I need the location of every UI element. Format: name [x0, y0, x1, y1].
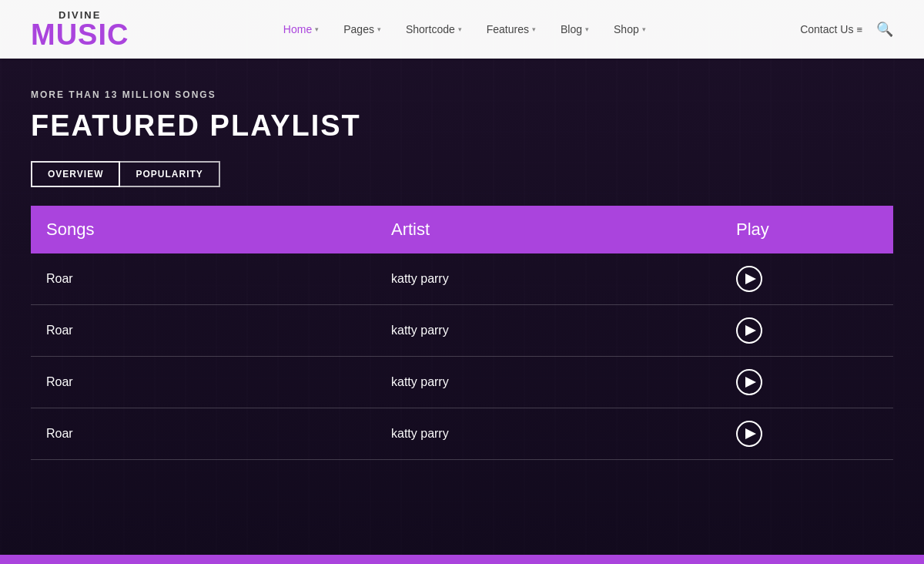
- chevron-down-icon: ▾: [585, 0, 589, 59]
- play-button[interactable]: [736, 421, 762, 447]
- nav-link-shortcode[interactable]: Shortcode ▾: [393, 0, 474, 59]
- table-row: Roarkatty parry: [31, 408, 893, 460]
- table-row: Roarkatty parry: [31, 305, 893, 357]
- col-songs: Songs: [31, 206, 376, 253]
- nav-item-shortcode[interactable]: Shortcode ▾: [393, 0, 474, 59]
- nav-item-home[interactable]: Home ▾: [271, 0, 331, 59]
- chevron-down-icon: ▾: [532, 0, 536, 59]
- nav-item-pages[interactable]: Pages ▾: [331, 0, 393, 59]
- song-name: Roar: [31, 357, 376, 408]
- table-row: Roarkatty parry: [31, 253, 893, 305]
- play-button[interactable]: [736, 266, 762, 292]
- chevron-down-icon: ▾: [377, 0, 381, 59]
- song-name: Roar: [31, 305, 376, 357]
- col-play: Play: [721, 206, 893, 253]
- artist-name: katty parry: [376, 253, 721, 305]
- hamburger-icon: ≡: [856, 24, 862, 35]
- nav-link-features[interactable]: Features ▾: [474, 0, 548, 59]
- logo-music: MUSIC: [31, 20, 129, 49]
- subtitle: MORE THAN 13 MILLION SONGS: [31, 89, 893, 100]
- chevron-down-icon: ▾: [642, 0, 646, 59]
- play-button[interactable]: [736, 369, 762, 395]
- main-content: MORE THAN 13 MILLION SONGS FEATURED PLAY…: [0, 59, 924, 460]
- nav-item-blog[interactable]: Blog ▾: [548, 0, 601, 59]
- col-artist: Artist: [376, 206, 721, 253]
- chevron-down-icon: ▾: [315, 0, 319, 59]
- chevron-down-icon: ▾: [458, 0, 462, 59]
- table-header-row: Songs Artist Play: [31, 206, 893, 253]
- nav-link-home[interactable]: Home ▾: [271, 0, 331, 59]
- nav-link-shop[interactable]: Shop ▾: [601, 0, 658, 59]
- play-cell: [721, 408, 893, 460]
- nav-links: Home ▾ Pages ▾ Shortcode ▾ Features ▾ Bl: [271, 0, 658, 59]
- nav-item-features[interactable]: Features ▾: [474, 0, 548, 59]
- nav-link-pages[interactable]: Pages ▾: [331, 0, 393, 59]
- featured-title: FEATURED PLAYLIST: [31, 109, 893, 143]
- song-name: Roar: [31, 253, 376, 305]
- artist-name: katty parry: [376, 408, 721, 460]
- play-cell: [721, 357, 893, 408]
- song-name: Roar: [31, 408, 376, 460]
- contact-us-button[interactable]: Contact Us ≡: [800, 23, 862, 35]
- play-cell: [721, 253, 893, 305]
- artist-name: katty parry: [376, 305, 721, 357]
- tab-buttons: OVERVIEW POPULARITY: [31, 161, 893, 187]
- tab-overview[interactable]: OVERVIEW: [31, 161, 120, 187]
- navbar: DIVINE MUSIC Home ▾ Pages ▾ Shortcode ▾ …: [0, 0, 924, 59]
- logo[interactable]: DIVINE MUSIC: [31, 10, 129, 49]
- tab-popularity[interactable]: POPULARITY: [119, 161, 219, 187]
- artist-name: katty parry: [376, 357, 721, 408]
- table-row: Roarkatty parry: [31, 357, 893, 408]
- play-button[interactable]: [736, 317, 762, 344]
- bottom-bar: [0, 555, 924, 564]
- nav-link-blog[interactable]: Blog ▾: [548, 0, 601, 59]
- nav-item-shop[interactable]: Shop ▾: [601, 0, 658, 59]
- play-cell: [721, 305, 893, 357]
- search-icon[interactable]: 🔍: [869, 21, 893, 38]
- playlist-table: Songs Artist Play Roarkatty parryRoarkat…: [31, 206, 893, 460]
